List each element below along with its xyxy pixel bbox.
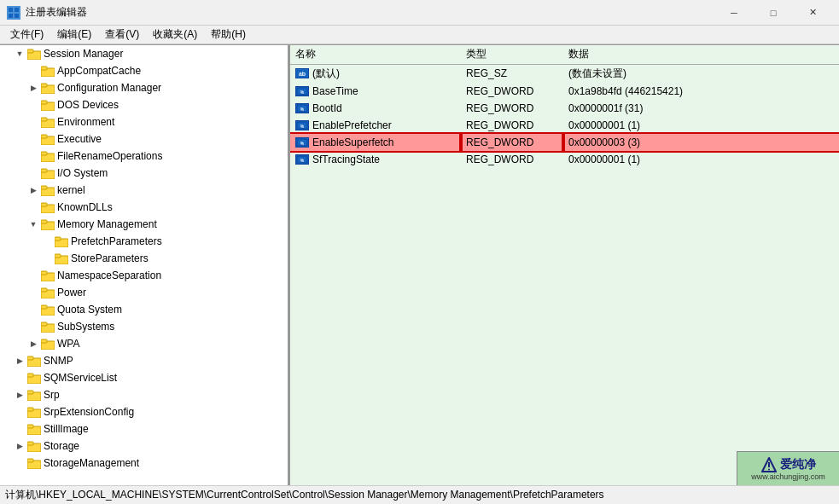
reg-name-text: EnablePrefetcher: [312, 119, 392, 131]
tree-item-srpext[interactable]: SrpExtensionConfig: [0, 403, 288, 420]
table-row[interactable]: % EnablePrefetcherREG_DWORD0x00000001 (1…: [290, 117, 839, 134]
tree-expander[interactable]: ▶: [14, 354, 26, 368]
tree-item-label: StorageManagement: [44, 457, 139, 469]
tree-item-wpa[interactable]: ▶ WPA: [0, 335, 288, 352]
folder-icon: [41, 201, 55, 213]
tree-item-io-system[interactable]: I/O System: [0, 165, 288, 182]
registry-table: 名称 类型 数据 ab(默认)REG_SZ(数值未设置) % BaseTimeR…: [290, 45, 839, 168]
tree-expander[interactable]: ▶: [27, 81, 39, 95]
table-row[interactable]: % EnableSuperfetchREG_DWORD0x00000003 (3…: [290, 134, 839, 151]
svg-point-66: [768, 468, 770, 470]
reg-data-cell: 0x00000001 (1): [563, 151, 839, 168]
reg-data-cell: 0x1a98b4fd (446215421): [563, 83, 839, 100]
folder-icon: [27, 440, 41, 452]
tree-item-kernel[interactable]: ▶ kernel: [0, 182, 288, 199]
tree-expander[interactable]: [27, 98, 39, 112]
tree-item-environment[interactable]: Environment: [0, 113, 288, 130]
svg-rect-13: [41, 118, 47, 121]
tree-item-session-manager[interactable]: ▼ Session Manager: [0, 45, 288, 62]
menu-view[interactable]: 查看(V): [98, 26, 146, 43]
tree-expander[interactable]: [14, 405, 26, 419]
svg-rect-31: [41, 271, 47, 275]
tree-item-label: FileRenameOperations: [57, 150, 162, 162]
tree-item-dos-devices[interactable]: DOS Devices: [0, 96, 288, 113]
tree-item-filerename[interactable]: FileRenameOperations: [0, 148, 288, 165]
menu-file[interactable]: 文件(F): [3, 26, 50, 43]
tree-expander[interactable]: [27, 64, 39, 78]
reg-type-cell: REG_DWORD: [461, 83, 563, 100]
tree-item-sqmservice[interactable]: SQMServiceList: [0, 369, 288, 386]
tree-item-label: Storage: [44, 440, 79, 452]
tree-panel[interactable]: ▼ Session Manager AppCompatCache▶ Config…: [0, 45, 290, 485]
menu-edit[interactable]: 编辑(E): [50, 26, 98, 43]
tree-item-appcompat[interactable]: AppCompatCache: [0, 62, 288, 79]
reg-type-cell: REG_DWORD: [461, 134, 563, 151]
right-panel: 名称 类型 数据 ab(默认)REG_SZ(数值未设置) % BaseTimeR…: [290, 45, 839, 485]
svg-rect-1: [15, 8, 19, 12]
tree-item-srp[interactable]: ▶ Srp: [0, 386, 288, 403]
tree-expander[interactable]: [27, 115, 39, 129]
tree-item-memory-mgmt[interactable]: ▼ Memory Management: [0, 216, 288, 233]
tree-expander[interactable]: ▼: [14, 47, 26, 61]
minimize-button[interactable]: ─: [714, 0, 754, 26]
reg-type-cell: REG_DWORD: [461, 100, 563, 117]
tree-item-storagemgmt[interactable]: StorageManagement: [0, 455, 288, 472]
tree-item-quota[interactable]: Quota System: [0, 301, 288, 318]
tree-item-label: SubSystems: [57, 321, 114, 333]
tree-item-snmp[interactable]: ▶ SNMP: [0, 352, 288, 369]
tree-expander[interactable]: [27, 320, 39, 333]
table-row[interactable]: % SfTracingStateREG_DWORD0x00000001 (1): [290, 151, 839, 168]
svg-text:%: %: [300, 124, 305, 129]
svg-rect-19: [41, 169, 47, 172]
svg-rect-45: [27, 391, 33, 394]
tree-item-label: SNMP: [44, 355, 73, 367]
svg-text:%: %: [300, 158, 305, 163]
tree-expander[interactable]: [27, 286, 39, 299]
menu-help[interactable]: 帮助(H): [204, 26, 253, 43]
tree-item-knowndlls[interactable]: KnownDLLs: [0, 199, 288, 216]
tree-expander[interactable]: ▶: [14, 388, 26, 402]
tree-expander[interactable]: [14, 456, 26, 470]
tree-expander[interactable]: ▶: [14, 439, 26, 453]
close-button[interactable]: ✕: [793, 0, 832, 26]
tree-expander[interactable]: [14, 422, 26, 436]
tree-expander[interactable]: [27, 269, 39, 282]
reg-icon: %: [295, 103, 309, 113]
reg-name-text: EnableSuperfetch: [312, 136, 393, 148]
folder-icon: [55, 235, 68, 247]
tree-item-namespace[interactable]: NamespaceSeparation: [0, 267, 288, 284]
table-row[interactable]: ab(默认)REG_SZ(数值未设置): [290, 64, 839, 83]
table-row[interactable]: % BaseTimeREG_DWORD0x1a98b4fd (446215421…: [290, 83, 839, 100]
svg-rect-27: [55, 237, 61, 240]
tree-expander[interactable]: [27, 149, 39, 163]
tree-expander[interactable]: [41, 252, 53, 265]
watermark: 爱纯净 www.aichungjing.com: [737, 451, 839, 485]
tree-expander[interactable]: [41, 235, 53, 248]
svg-rect-3: [15, 14, 19, 18]
col-header-name: 名称: [290, 45, 461, 64]
table-row[interactable]: % BootIdREG_DWORD0x0000001f (31): [290, 100, 839, 117]
folder-icon: [41, 116, 55, 128]
tree-item-executive[interactable]: Executive: [0, 130, 288, 148]
tree-item-config-manager[interactable]: ▶ Configuration Manager: [0, 79, 288, 96]
tree-item-label: Srp: [44, 389, 60, 401]
tree-expander[interactable]: ▶: [27, 183, 39, 197]
window-title: 注册表编辑器: [26, 5, 714, 20]
tree-expander[interactable]: [27, 132, 39, 146]
window-controls: ─ □ ✕: [714, 0, 832, 26]
tree-expander[interactable]: [27, 200, 39, 214]
svg-text:%: %: [300, 141, 305, 146]
tree-item-power[interactable]: Power: [0, 284, 288, 301]
menu-favorites[interactable]: 收藏夹(A): [146, 26, 204, 43]
tree-item-subsystems[interactable]: SubSystems: [0, 318, 288, 335]
tree-expander[interactable]: [27, 166, 39, 180]
tree-expander[interactable]: ▶: [27, 337, 39, 350]
tree-expander[interactable]: [14, 371, 26, 385]
tree-item-store-params[interactable]: StoreParameters: [0, 250, 288, 267]
tree-item-stillimage[interactable]: StillImage: [0, 420, 288, 437]
tree-item-storage[interactable]: ▶ Storage: [0, 437, 288, 455]
tree-item-prefetch-params[interactable]: PrefetchParameters: [0, 233, 288, 250]
tree-expander[interactable]: ▼: [27, 217, 39, 231]
tree-expander[interactable]: [27, 303, 39, 316]
maximize-button[interactable]: □: [754, 0, 793, 26]
